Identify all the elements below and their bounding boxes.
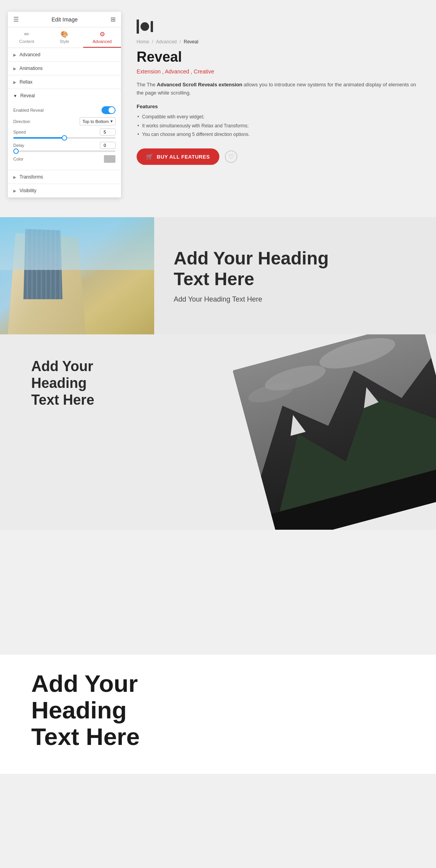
section-reveal-header[interactable]: ▼ Reveal [8,89,121,102]
delay-label-row: Delay [13,142,116,149]
style-icon: 🎨 [61,30,68,38]
arrow-icon: ▶ [13,189,16,193]
description-bold: Advanced Scroll Reveals extension [157,82,242,88]
list-item: It works simultaneously with Relax and T… [137,121,416,130]
mid-heading: Add Your Heading Text Here [174,248,416,289]
tab-advanced[interactable]: ⚙ Advanced [83,27,121,48]
direction-label: Direction [13,119,30,124]
direction-row: Direction Top to Bottom ▾ [13,117,116,125]
lower-image [233,334,436,530]
speed-row: Speed [13,129,116,139]
delay-input[interactable] [100,142,116,149]
arrow-icon: ▶ [13,80,16,84]
reveal-content: Enabled Reveal Direction Top to Bottom ▾… [8,102,121,170]
tab-content[interactable]: ✏ Content [8,27,46,48]
section-reveal: ▼ Reveal Enabled Reveal Direction Top to… [8,89,121,170]
mid-image [0,217,154,334]
list-item: Compatible with every widget; [137,113,416,121]
section-visibility-header[interactable]: ▶ Visibility [8,184,121,197]
section-rellax-header[interactable]: ▶ Rellax [8,75,121,89]
section-visibility: ▶ Visibility [8,184,121,198]
info-description: The The Advanced Scroll Reveals extensio… [137,81,416,97]
content-icon: ✏ [24,30,29,38]
speed-label-row: Speed [13,129,116,136]
top-section: ☰ Edit Image ⊞ ✏ Content 🎨 Style ⚙ Advan… [0,0,436,213]
arrow-down-icon: ▼ [13,94,17,98]
buy-button[interactable]: 🛒 BUY ALL FEATURES [137,148,219,165]
info-tags: Extension , Advanced , Creative [137,68,416,75]
section-advanced-header[interactable]: ▶ Advanced [8,48,121,61]
logo-bar-left [137,20,139,34]
direction-select[interactable]: Top to Bottom ▾ [80,117,116,125]
breadcrumb: Home / Advanced / Reveal [137,39,416,45]
menu-icon[interactable]: ☰ [13,16,19,23]
section-advanced: ▶ Advanced [8,48,121,62]
mid-section: Add Your Heading Text Here Add Your Head… [0,217,436,334]
section-transforms: ▶ Transforms [8,170,121,184]
section-rellax: ▶ Rellax [8,75,121,89]
color-row: Color [13,155,116,163]
page-title: Reveal [137,48,416,65]
enabled-reveal-row: Enabled Reveal [13,106,116,114]
arrow-icon: ▶ [13,66,16,71]
info-panel: Home / Advanced / Reveal Reveal Extensio… [133,12,428,173]
speed-slider-track[interactable] [13,137,116,139]
speed-input[interactable] [100,129,116,136]
arrow-icon: ▶ [13,175,16,179]
color-swatch[interactable] [104,155,116,163]
arrow-icon: ▶ [13,53,16,57]
enabled-toggle[interactable] [101,106,116,114]
logo-bar-right [151,21,153,32]
edit-panel: ☰ Edit Image ⊞ ✏ Content 🎨 Style ⚙ Advan… [8,12,121,198]
section-transforms-header[interactable]: ▶ Transforms [8,170,121,184]
delay-label: Delay [13,143,24,148]
enabled-label: Enabled Reveal [13,108,44,113]
section-animations-header[interactable]: ▶ Animations [8,62,121,75]
chevron-down-icon: ▾ [110,119,113,124]
panel-tabs: ✏ Content 🎨 Style ⚙ Advanced [8,27,121,48]
lower-image-container [233,334,436,530]
delay-row: Delay [13,142,116,152]
lower-section: Add Your Heading Text Here [0,334,436,530]
advanced-icon: ⚙ [100,30,105,38]
bottom-heading: Add Your Heading Text Here [31,670,226,750]
mountain-svg [233,334,436,530]
delay-slider-track[interactable] [13,150,116,152]
panel-title: Edit Image [52,16,78,23]
wishlist-button[interactable]: ♡ [225,150,237,163]
cart-icon: 🛒 [146,153,154,160]
speed-label: Speed [13,130,26,134]
color-label: Color [13,157,23,161]
grid-icon[interactable]: ⊞ [110,16,116,23]
mid-text: Add Your Heading Text Here Add Your Head… [154,217,436,334]
mid-subheading: Add Your Heading Text Here [174,295,416,304]
panel-header: ☰ Edit Image ⊞ [8,12,121,27]
features-list: Compatible with every widget; It works s… [137,113,416,139]
tab-style[interactable]: 🎨 Style [46,27,84,48]
section-animations: ▶ Animations [8,62,121,75]
lower-heading: Add Your Heading Text Here [31,358,141,409]
buy-row: 🛒 BUY ALL FEATURES ♡ [137,148,416,165]
bottom-section: Add Your Heading Text Here [0,655,436,774]
logo [137,20,416,34]
features-title: Features [137,104,416,109]
list-item: You can choose among 5 different directi… [137,130,416,139]
